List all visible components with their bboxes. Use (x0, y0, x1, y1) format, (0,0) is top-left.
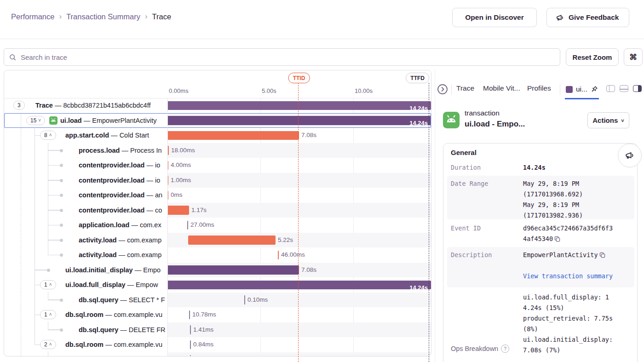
drawer-resize-gutter[interactable] (435, 70, 435, 362)
span-op: ui.load.full_display (65, 281, 126, 288)
span-label: db.sql.room — com.example.vu (65, 307, 162, 322)
span-duration-bar[interactable] (190, 340, 191, 350)
span-duration-bar[interactable] (167, 206, 189, 215)
span-duration-bar[interactable] (190, 355, 191, 356)
span-separator: — (104, 311, 114, 318)
connector-stub (48, 165, 60, 166)
layout-right-panel-icon[interactable] (633, 85, 642, 92)
trace-row[interactable]: db.sql.query — INSERT OR0.78ms (4, 352, 431, 357)
span-duration-bar[interactable] (244, 295, 245, 305)
shortcuts-button[interactable]: ⌘ (624, 48, 643, 66)
trace-row[interactable]: ui.load.initial_display — Empo7.08s (4, 263, 431, 278)
span-bar-cell: 0.10ms (167, 293, 431, 308)
span-count-pill[interactable]: 2˄ (40, 340, 56, 349)
tab-divider (451, 85, 452, 95)
give-feedback-label: Give Feedback (569, 13, 619, 22)
trace-row[interactable]: 3Trace — 8cbbcd38721b415ab6cbdc4ff14.24s (4, 98, 431, 113)
span-description: 8cbbcd38721b415ab6cbdc4ff (63, 102, 150, 109)
collapse-drawer-button[interactable] (437, 84, 448, 95)
span-count-pill[interactable]: 1˄ (40, 310, 56, 319)
tab-transaction[interactable]: ui... (565, 82, 599, 99)
ops-breakdown-text: Ops Breakdown (451, 345, 498, 352)
span-duration-label: 0.10ms (247, 293, 268, 308)
span-separator: — (117, 236, 127, 244)
trace-row[interactable]: contentprovider.load — io1.00ms (4, 173, 431, 188)
description-text: EmpowerPlantActivity (523, 251, 598, 259)
trace-row[interactable]: db.sql.query — SELECT * F0.10ms (4, 293, 431, 308)
span-duration-label: 0ms (171, 188, 183, 203)
trace-row[interactable]: db.sql.query — DELETE FR1.41ms (4, 322, 431, 338)
span-count-pill[interactable]: 15˅ (26, 116, 45, 125)
span-separator: — (118, 356, 129, 357)
span-duration-bar[interactable] (189, 310, 190, 320)
trace-row[interactable]: 1˄db.sql.room — com.example.vu10.78ms (4, 307, 431, 322)
layout-bottom-panel-icon[interactable] (620, 85, 628, 92)
pin-icon[interactable] (591, 86, 598, 93)
span-duration-bar[interactable] (190, 325, 191, 334)
span-duration-label: 46.00ms (281, 247, 305, 263)
span-op: db.sql.query (79, 326, 118, 333)
tab-mobile-vitals[interactable]: Mobile Vit... (483, 84, 520, 92)
general-card: General Duration 14.24s Date Range May 2… (443, 143, 638, 362)
copy-icon[interactable] (599, 251, 605, 261)
span-duration-bar[interactable]: 14.24s (167, 101, 431, 110)
give-feedback-button[interactable]: Give Feedback (546, 8, 629, 27)
span-bar-cell: 0.78ms (167, 352, 431, 357)
span-count-pill[interactable]: 1˄ (40, 280, 56, 289)
span-description: Cold Start (120, 132, 149, 139)
ruler-tick-label: 0.00ms (169, 87, 189, 94)
ttid-marker-badge[interactable]: TTID (288, 73, 310, 83)
span-duration-bar[interactable]: 14.24s (167, 116, 431, 125)
feedback-button[interactable] (618, 144, 642, 167)
date-start: May 29, 8:19 PM (523, 178, 613, 189)
span-duration-bar[interactable] (188, 236, 276, 245)
trace-row[interactable]: 2˄db.sql.room — com.example.vu0.84ms (4, 337, 431, 352)
span-count-pill[interactable]: 8˄ (40, 131, 56, 140)
open-in-discover-button[interactable]: Open in Discover (452, 8, 537, 27)
ops-entry: ui.load.full_display: 14.24s (15%) (523, 292, 613, 313)
span-duration-bar[interactable] (167, 265, 299, 275)
span-duration-bar[interactable] (167, 131, 299, 140)
span-duration-bar[interactable] (187, 221, 188, 230)
span-bar-cell: 0.84ms (167, 337, 431, 352)
span-tree-cell: application.load — com.ex (4, 218, 167, 233)
ttfd-marker-badge[interactable]: TTFD (406, 73, 429, 83)
trace-row[interactable]: activity.load — com.examp46.00ms (4, 247, 431, 263)
span-tree-cell: contentprovider.load — io (4, 173, 167, 188)
span-label: ui.load — EmpowerPlantActivity (60, 113, 157, 128)
span-op: contentprovider.load (79, 207, 144, 214)
event-id-label: Event ID (451, 223, 481, 234)
span-tree-dot (60, 164, 63, 167)
view-transaction-summary-link[interactable]: View transaction summary (523, 271, 613, 282)
span-duration-bar[interactable] (278, 251, 279, 260)
tab-trace[interactable]: Trace (456, 84, 474, 92)
trace-row[interactable]: 8˄app.start.cold — Cold Start7.08s (4, 128, 431, 143)
trace-row[interactable]: contentprovider.load — co1.17s (4, 203, 431, 218)
reset-zoom-button[interactable]: Reset Zoom (566, 48, 619, 66)
connector-stub (48, 150, 60, 151)
span-description: Process In (130, 147, 162, 154)
span-tree-dot (60, 253, 63, 257)
copy-icon[interactable] (554, 235, 560, 245)
breadcrumb-performance[interactable]: Performance (11, 12, 54, 21)
trace-row[interactable]: application.load — com.ex27.00ms (4, 218, 431, 233)
actions-button[interactable]: Actions ˅ (587, 112, 629, 128)
breadcrumb-transaction-summary[interactable]: Transaction Summary (66, 12, 140, 21)
span-duration-bar[interactable]: 14.24s (167, 281, 431, 290)
layout-left-panel-icon[interactable] (606, 85, 615, 92)
span-description: com.example.vu (114, 311, 163, 318)
span-count-pill[interactable]: 3 (13, 101, 25, 110)
trace-row[interactable]: 1˄ui.load.full_display — Empow14.24s (4, 277, 431, 293)
trace-row[interactable]: contentprovider.load — an0ms (4, 188, 431, 203)
event-id-text: d96eca345c724667a35df6f34af45340 (523, 224, 613, 242)
details-drawer: Trace Mobile Vit... Profiles ui... trans… (432, 70, 644, 362)
trace-row[interactable]: activity.load — com.examp5.22s (4, 233, 431, 248)
span-bar-cell: 14.24s (167, 277, 431, 293)
trace-row[interactable]: process.load — Process In18.00ms (4, 143, 431, 158)
help-icon[interactable] (501, 345, 509, 353)
tab-profiles[interactable]: Profiles (527, 84, 551, 92)
tree-timeline-divider[interactable] (167, 70, 168, 356)
trace-row[interactable]: 15˅ui.load — EmpowerPlantActivity14.24s (4, 113, 431, 128)
trace-row[interactable]: contentprovider.load — io4.00ms (4, 158, 431, 173)
search-input[interactable] (20, 53, 555, 62)
